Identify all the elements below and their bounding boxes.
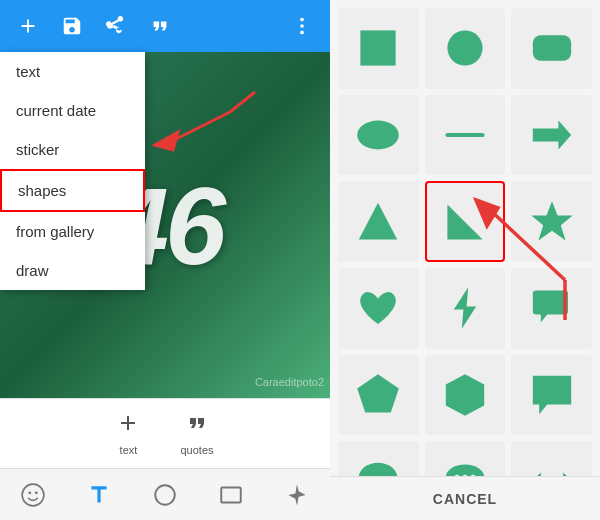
svg-marker-22 <box>446 374 484 416</box>
shape-right-triangle[interactable] <box>425 181 506 262</box>
svg-marker-18 <box>447 204 482 239</box>
quote-icon[interactable] <box>140 6 180 46</box>
cancel-bar: CANCEL <box>330 476 600 520</box>
shape-hexagon[interactable] <box>425 355 506 436</box>
shape-circle[interactable] <box>425 8 506 89</box>
add-text-icon <box>116 411 140 441</box>
add-quotes-icon <box>185 411 209 441</box>
svg-rect-13 <box>532 36 570 62</box>
svg-rect-10 <box>221 487 241 502</box>
svg-marker-19 <box>531 201 573 240</box>
dropdown-draw[interactable]: draw <box>0 251 145 290</box>
svg-marker-20 <box>454 288 476 330</box>
svg-line-3 <box>170 112 230 142</box>
nav-circle[interactable] <box>143 473 187 517</box>
svg-point-23 <box>359 462 397 476</box>
dropdown-sticker[interactable]: sticker <box>0 130 145 169</box>
svg-line-5 <box>230 92 255 112</box>
nav-face[interactable] <box>11 473 55 517</box>
add-quotes-button[interactable]: quotes <box>180 411 213 456</box>
svg-point-7 <box>28 491 31 494</box>
nav-rect[interactable] <box>209 473 253 517</box>
bottom-add-toolbar: text quotes <box>0 398 330 468</box>
svg-marker-16 <box>532 121 570 150</box>
more-icon[interactable] <box>282 6 322 46</box>
svg-marker-30 <box>531 472 573 476</box>
dropdown-current-date[interactable]: current date <box>0 91 145 130</box>
svg-marker-17 <box>359 202 397 239</box>
svg-marker-4 <box>155 132 178 150</box>
dropdown-from-gallery[interactable]: from gallery <box>0 212 145 251</box>
shape-arrow-horizontal[interactable] <box>511 441 592 476</box>
add-quotes-label: quotes <box>180 444 213 456</box>
shapes-grid <box>338 8 592 476</box>
shape-pentagon[interactable] <box>338 355 419 436</box>
nav-text[interactable] <box>77 473 121 517</box>
dropdown-text[interactable]: text <box>0 52 145 91</box>
shape-speech-bubble-right[interactable] <box>511 268 592 349</box>
shapes-grid-container <box>330 0 600 476</box>
svg-point-6 <box>22 484 44 506</box>
svg-point-8 <box>35 491 38 494</box>
add-text-button[interactable]: text <box>116 411 140 456</box>
svg-point-1 <box>300 24 304 28</box>
left-panel: text current date sticker shapes from ga… <box>0 0 330 520</box>
svg-marker-21 <box>358 374 400 412</box>
top-toolbar <box>0 0 330 52</box>
shape-speech-dots[interactable] <box>425 441 506 476</box>
share-icon[interactable] <box>96 6 136 46</box>
shape-oval[interactable] <box>338 95 419 176</box>
add-icon[interactable] <box>8 6 48 46</box>
svg-point-0 <box>300 18 304 22</box>
dropdown-menu: text current date sticker shapes from ga… <box>0 52 145 290</box>
svg-point-2 <box>300 31 304 35</box>
watermark: Caraeditpoto2 <box>255 376 324 388</box>
shape-speech-bubble-round[interactable] <box>338 441 419 476</box>
shape-heart[interactable] <box>338 268 419 349</box>
shape-star[interactable] <box>511 181 592 262</box>
bottom-nav <box>0 468 330 520</box>
shape-square[interactable] <box>338 8 419 89</box>
svg-point-25 <box>446 464 484 476</box>
shape-triangle[interactable] <box>338 181 419 262</box>
shape-lightning[interactable] <box>425 268 506 349</box>
shape-speech-bubble-box[interactable] <box>511 355 592 436</box>
svg-point-9 <box>155 485 175 505</box>
shape-line[interactable] <box>425 95 506 176</box>
dropdown-shapes[interactable]: shapes <box>0 169 145 212</box>
shape-rounded-rect[interactable] <box>511 8 592 89</box>
right-panel: CANCEL <box>330 0 600 520</box>
nav-sparkle[interactable] <box>275 473 319 517</box>
save-icon[interactable] <box>52 6 92 46</box>
svg-rect-11 <box>361 31 396 66</box>
add-text-label: text <box>120 444 138 456</box>
svg-point-12 <box>447 31 482 66</box>
svg-point-14 <box>358 121 400 150</box>
cancel-button[interactable]: CANCEL <box>433 491 497 507</box>
shape-arrow-right[interactable] <box>511 95 592 176</box>
